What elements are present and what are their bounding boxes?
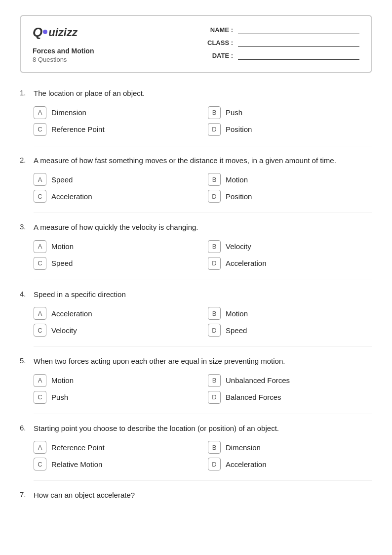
q5-option-c: C Push (34, 391, 198, 404)
q4-option-c-letter: C (34, 324, 46, 337)
q4-option-d-text: Speed (226, 326, 247, 335)
q3-option-a-letter: A (34, 240, 46, 253)
q6-option-b: B Dimension (208, 441, 372, 454)
question-2-body: A measure of how fast something moves or… (34, 155, 336, 167)
date-line[interactable] (238, 51, 359, 60)
question-4: 4. Speed in a specific direction A Accel… (20, 289, 372, 337)
q5-option-c-letter: C (34, 391, 46, 404)
q6-option-c-letter: C (34, 458, 46, 470)
name-line[interactable] (238, 25, 359, 34)
question-5: 5. When two forces acting upon each othe… (20, 356, 372, 404)
divider-2 (34, 213, 372, 213)
question-5-options: A Motion B Unbalanced Forces C Push D Ba… (20, 374, 372, 404)
q6-option-a: A Reference Point (34, 441, 198, 454)
q3-option-a-text: Motion (51, 242, 74, 251)
q1-option-b-text: Push (226, 108, 242, 117)
question-4-text: 4. Speed in a specific direction (20, 289, 372, 300)
q4-option-a-text: Acceleration (51, 309, 92, 318)
q4-option-a-letter: A (34, 307, 46, 320)
q5-option-d-letter: D (208, 391, 221, 404)
q5-option-b: B Unbalanced Forces (208, 374, 372, 387)
q1-option-a-text: Dimension (51, 108, 86, 117)
question-7-body: How can an object accelerate? (34, 490, 135, 501)
question-7: 7. How can an object accelerate? (20, 490, 372, 501)
divider-4 (34, 346, 372, 347)
question-2-options: A Speed B Motion C Acceleration D Positi… (20, 173, 372, 203)
question-1-number: 1. (20, 88, 34, 97)
question-4-options: A Acceleration B Motion C Velocity D Spe… (20, 307, 372, 337)
logo-dot (43, 30, 47, 34)
q3-option-d-text: Acceleration (226, 259, 267, 267)
q3-option-c: C Speed (34, 257, 198, 270)
class-line[interactable] (238, 38, 359, 47)
q1-option-d-text: Position (226, 125, 252, 133)
q2-option-b-letter: B (208, 173, 221, 186)
page: Q uizizz Forces and Motion 8 Questions N… (0, 0, 392, 555)
logo-q-italic: Q (33, 25, 42, 40)
question-1-options: A Dimension B Push C Reference Point D P… (20, 106, 372, 136)
divider-1 (34, 146, 372, 146)
question-6-options: A Reference Point B Dimension C Relative… (20, 441, 372, 470)
divider-5 (34, 414, 372, 414)
logo: Q uizizz (33, 25, 189, 40)
question-5-number: 5. (20, 356, 34, 365)
question-3-number: 3. (20, 222, 34, 231)
q3-option-b-text: Velocity (226, 242, 251, 251)
q5-option-c-text: Push (51, 393, 68, 401)
q1-option-c: C Reference Point (34, 123, 198, 136)
q6-option-d-text: Acceleration (226, 460, 267, 469)
q4-option-b: B Motion (208, 307, 372, 320)
q3-option-c-text: Speed (51, 259, 73, 267)
question-3-body: A measure of how quickly the velocity is… (34, 222, 198, 233)
question-1: 1. The location or place of an object. A… (20, 88, 372, 136)
q1-option-d-letter: D (208, 123, 221, 136)
q4-option-b-letter: B (208, 307, 221, 320)
question-7-text: 7. How can an object accelerate? (20, 490, 372, 501)
divider-3 (34, 280, 372, 280)
q4-option-c: C Velocity (34, 324, 198, 337)
question-2-number: 2. (20, 155, 34, 164)
q2-option-d-letter: D (208, 190, 221, 203)
q3-option-d-letter: D (208, 257, 221, 270)
q5-option-a-text: Motion (51, 376, 74, 384)
q6-option-a-letter: A (34, 441, 46, 454)
q1-option-a: A Dimension (34, 106, 198, 119)
q4-option-b-text: Motion (226, 309, 248, 318)
question-7-number: 7. (20, 490, 34, 499)
question-1-text: 1. The location or place of an object. (20, 88, 372, 99)
quiz-subtitle: 8 Questions (33, 56, 189, 63)
question-4-number: 4. (20, 289, 34, 298)
q5-option-d: D Balanced Forces (208, 391, 372, 404)
question-6: 6. Starting point you choose to describe… (20, 423, 372, 471)
q1-option-c-text: Reference Point (51, 125, 105, 133)
q1-option-c-letter: C (34, 123, 46, 136)
q3-option-d: D Acceleration (208, 257, 372, 270)
q2-option-c: C Acceleration (34, 190, 198, 203)
class-label: CLASS : (203, 39, 233, 46)
q4-option-d: D Speed (208, 324, 372, 337)
name-field-row: NAME : (203, 25, 359, 34)
q2-option-b-text: Motion (226, 175, 248, 184)
q6-option-c: C Relative Motion (34, 458, 198, 470)
header-card: Q uizizz Forces and Motion 8 Questions N… (20, 15, 372, 73)
question-6-number: 6. (20, 423, 34, 432)
q3-option-a: A Motion (34, 240, 198, 253)
q1-option-a-letter: A (34, 106, 46, 119)
q6-option-d: D Acceleration (208, 458, 372, 470)
date-field-row: DATE : (203, 51, 359, 60)
header-left: Q uizizz Forces and Motion 8 Questions (33, 25, 189, 63)
q2-option-a-letter: A (34, 173, 46, 186)
q5-option-a-letter: A (34, 374, 46, 387)
logo-text: uizizz (48, 26, 78, 39)
question-2-text: 2. A measure of how fast something moves… (20, 155, 372, 167)
q6-option-b-letter: B (208, 441, 221, 454)
questions-container: 1. The location or place of an object. A… (20, 88, 372, 501)
q5-option-b-letter: B (208, 374, 221, 387)
q2-option-a-text: Speed (51, 175, 73, 184)
quiz-title: Forces and Motion (33, 47, 189, 55)
q3-option-b-letter: B (208, 240, 221, 253)
q4-option-c-text: Velocity (51, 326, 77, 335)
q2-option-a: A Speed (34, 173, 198, 186)
question-4-body: Speed in a specific direction (34, 289, 126, 300)
q4-option-a: A Acceleration (34, 307, 198, 320)
